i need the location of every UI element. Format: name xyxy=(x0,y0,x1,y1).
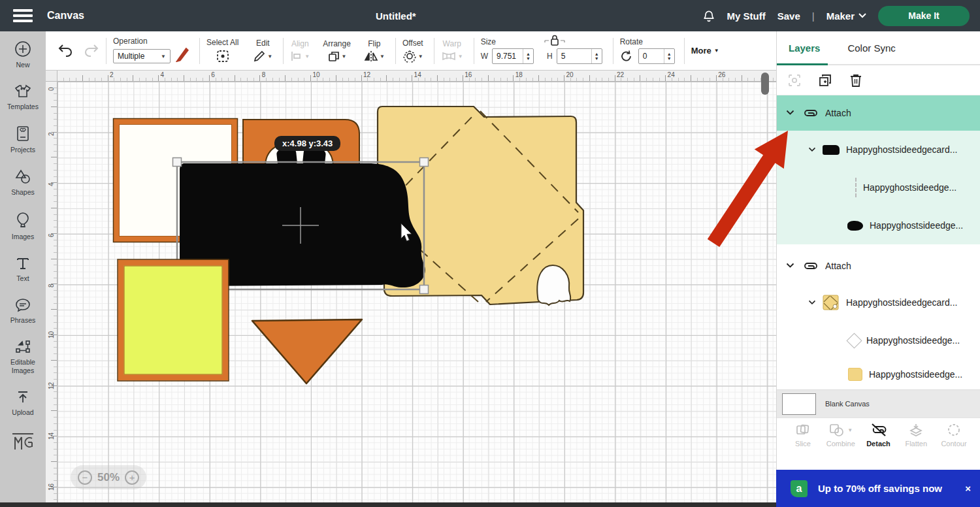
sidebar-item-templates[interactable]: Templates xyxy=(0,84,46,111)
select-all-button[interactable]: Select All xyxy=(206,38,238,63)
flatten-icon xyxy=(908,422,924,438)
ruler-corner xyxy=(46,71,57,82)
layer-item-envelope-card[interactable]: Happyghostsideedgecard... xyxy=(777,284,980,321)
my-stuff-link[interactable]: My Stuff xyxy=(727,10,766,22)
tshirt-icon xyxy=(14,84,31,99)
combine-icon xyxy=(828,422,845,438)
ruler-number: 4 xyxy=(161,71,165,78)
layer-thumbnail-black-rect xyxy=(823,145,840,155)
sidebar-item-new[interactable]: New xyxy=(0,41,46,69)
ruler-number: 6 xyxy=(48,233,55,237)
ruler-number: 22 xyxy=(617,71,624,78)
flip-button[interactable]: Flip ▼ xyxy=(364,39,385,63)
speech-bubble-icon xyxy=(14,297,31,313)
delete-layer-icon[interactable] xyxy=(849,73,863,88)
ruler-number: 14 xyxy=(48,433,55,440)
layer-item-yellow-square[interactable]: Happyghostsideedge... xyxy=(777,359,980,389)
layer-item-black-blob[interactable]: Happyghostsideedge... xyxy=(777,206,980,244)
orange-triangle-shape[interactable] xyxy=(252,319,362,384)
rotate-icon[interactable] xyxy=(620,50,633,63)
bottom-window-edge xyxy=(0,502,776,507)
zoom-in-button[interactable]: + xyxy=(125,470,139,485)
align-icon xyxy=(290,50,303,62)
vertical-scrollbar[interactable] xyxy=(761,73,769,95)
detach-button[interactable]: Detach xyxy=(862,422,896,448)
make-it-button[interactable]: Make It xyxy=(878,6,970,26)
height-stepper[interactable]: ▲▼ xyxy=(591,49,602,63)
more-button[interactable]: More▼ xyxy=(691,46,719,56)
menu-icon[interactable] xyxy=(13,9,33,22)
promo-badge-icon: a xyxy=(791,480,808,497)
panel-tabs: Layers Color Sync xyxy=(777,31,980,65)
edit-toolbar: Operation Multiple▼ Select All Edit ▼ Al… xyxy=(46,31,776,71)
size-lock-icon[interactable] xyxy=(544,33,566,48)
text-icon xyxy=(15,255,31,271)
ruler-number: 2 xyxy=(110,71,114,78)
sidebar-item-upload[interactable]: Upload xyxy=(0,389,46,417)
banner-close-icon[interactable]: × xyxy=(965,483,971,494)
design-canvas[interactable]: 2468101214161820222426 0246810121416 xyxy=(46,71,776,507)
zoom-level: 50% xyxy=(97,471,120,484)
ruler-number: 0 xyxy=(48,87,55,91)
blank-canvas-row[interactable]: Blank Canvas xyxy=(777,389,980,417)
tab-color-sync[interactable]: Color Sync xyxy=(847,42,895,54)
layer-actions-row xyxy=(777,65,980,95)
ruler-number: 10 xyxy=(312,71,319,78)
sidebar-item-projects[interactable]: Projects xyxy=(0,125,46,154)
handle-top-left[interactable] xyxy=(173,158,182,167)
zoom-out-button[interactable]: − xyxy=(78,470,92,485)
layer-item-ghost-card-black[interactable]: Happyghostsideedgecard... xyxy=(777,131,980,169)
width-label: W xyxy=(481,52,488,61)
chevron-down-icon[interactable] xyxy=(808,299,817,306)
layer-group-attach-2[interactable]: Attach xyxy=(777,248,980,284)
color-swatch-pen-icon[interactable] xyxy=(176,48,189,65)
layer-group-attach-1[interactable]: Attach xyxy=(777,95,980,131)
ruler-number: 12 xyxy=(48,382,55,389)
layer-item-diamond-outline[interactable]: Happyghostsideedge... xyxy=(777,321,980,359)
operation-select[interactable]: Multiple▼ xyxy=(113,49,171,63)
header-separator: | xyxy=(812,10,815,22)
height-input[interactable]: 5 ▲▼ xyxy=(557,48,602,64)
machine-selector[interactable]: Maker xyxy=(826,10,866,22)
layer-thumbnail-dashed-line xyxy=(855,178,857,197)
ruler-number: 8 xyxy=(48,284,55,288)
promo-text: Up to 70% off savings now xyxy=(818,483,942,494)
document-title[interactable]: Untitled* xyxy=(376,10,416,22)
sidebar-item-images[interactable]: Images xyxy=(0,212,46,241)
sidebar-item-shapes[interactable]: Shapes xyxy=(0,169,46,197)
rotate-input[interactable]: 0 ▲▼ xyxy=(638,48,675,64)
top-header: Canvas Untitled* My Stuff Save | Maker M… xyxy=(0,0,980,31)
handle-bottom-right[interactable] xyxy=(420,286,429,294)
undo-icon[interactable] xyxy=(57,42,73,59)
notebook-icon xyxy=(15,125,31,142)
sidebar-item-phrases[interactable]: Phrases xyxy=(0,297,46,325)
ruler-number: 14 xyxy=(414,71,421,78)
plus-circle-icon xyxy=(14,41,31,57)
notifications-bell-icon[interactable] xyxy=(702,9,715,22)
duplicate-layer-icon[interactable] xyxy=(817,73,833,88)
chevron-down-icon[interactable] xyxy=(786,109,795,117)
chevron-down-icon[interactable] xyxy=(808,146,817,154)
yellow-square-shape[interactable] xyxy=(118,259,229,381)
tab-layers[interactable]: Layers xyxy=(789,42,820,54)
edit-button[interactable]: Edit ▼ xyxy=(253,39,272,63)
sidebar-item-editable-images[interactable]: Editable Images xyxy=(0,339,46,375)
vertical-ruler: 0246810121416 xyxy=(46,82,57,507)
chevron-down-icon[interactable] xyxy=(786,262,795,270)
sidebar-item-text[interactable]: Text xyxy=(0,255,46,283)
handle-top-right[interactable] xyxy=(420,158,429,167)
ruler-number: 18 xyxy=(515,71,523,78)
offset-button[interactable]: Offset ▼ xyxy=(402,39,423,63)
ruler-number: 10 xyxy=(48,331,55,338)
ruler-number: 8 xyxy=(262,71,266,78)
pencil-icon xyxy=(253,50,266,63)
save-link[interactable]: Save xyxy=(777,10,800,22)
ruler-number: 2 xyxy=(48,132,55,136)
width-input[interactable]: 9.751 ▲▼ xyxy=(492,48,534,64)
width-stepper[interactable]: ▲▼ xyxy=(523,49,533,63)
redo-icon[interactable] xyxy=(84,42,99,59)
promo-banner[interactable]: a Up to 70% off savings now × xyxy=(776,470,980,507)
layer-item-scoreline[interactable]: Happyghostsideedge... xyxy=(777,169,980,206)
arrange-button[interactable]: Arrange ▼ xyxy=(323,39,351,63)
rotate-stepper[interactable]: ▲▼ xyxy=(664,49,674,63)
